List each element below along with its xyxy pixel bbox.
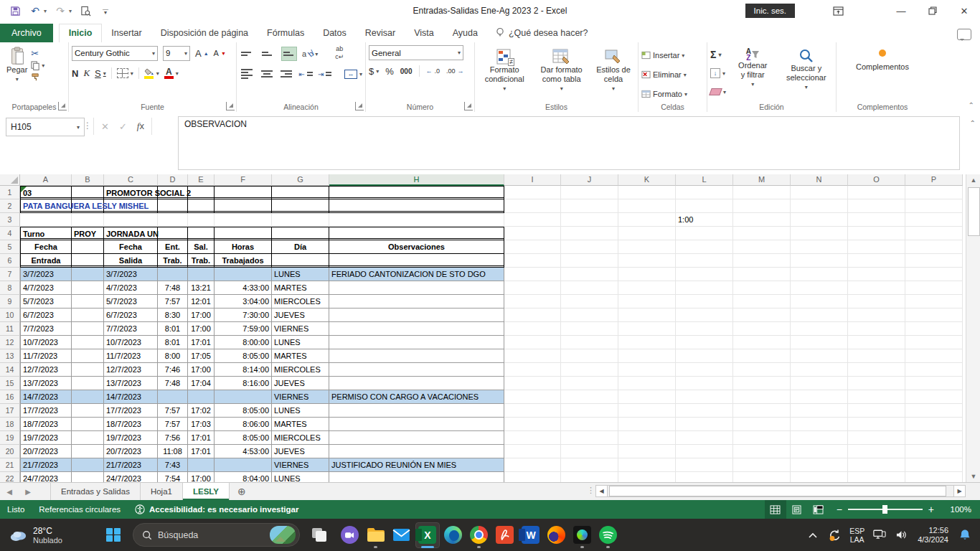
cell-O18[interactable] bbox=[848, 418, 905, 431]
cell-D13[interactable]: 8:00 bbox=[158, 349, 188, 363]
onedrive-sync-icon[interactable] bbox=[825, 523, 844, 547]
cell-G7[interactable]: LUNES bbox=[272, 268, 329, 281]
cell-F17[interactable]: 8:05:00 bbox=[215, 404, 272, 418]
cell-E6[interactable]: Trab. bbox=[188, 254, 215, 268]
cell-F20[interactable]: 4:53:00 bbox=[215, 445, 272, 458]
cell-C13[interactable]: 11/7/2023 bbox=[104, 349, 158, 363]
cell-B6[interactable] bbox=[72, 254, 104, 268]
customize-qat-icon[interactable]: —▾ bbox=[99, 4, 112, 17]
cell-I12[interactable] bbox=[504, 336, 561, 349]
copy-icon[interactable]: ▾ bbox=[31, 61, 44, 70]
cell-D21[interactable]: 7:43 bbox=[158, 458, 188, 472]
row-header-3[interactable]: 3 bbox=[0, 213, 20, 227]
cell-H5[interactable]: Observaciones bbox=[329, 240, 504, 254]
cell-M9[interactable] bbox=[733, 295, 791, 309]
cell-F21[interactable] bbox=[215, 458, 272, 472]
cell-B20[interactable] bbox=[72, 445, 104, 458]
col-header-A[interactable]: A bbox=[20, 174, 72, 186]
cell-J10[interactable] bbox=[561, 309, 618, 322]
cell-E4[interactable] bbox=[188, 227, 215, 240]
row-header-7[interactable]: 7 bbox=[0, 268, 20, 281]
cell-I1[interactable] bbox=[504, 186, 561, 199]
cell-P11[interactable] bbox=[905, 322, 963, 336]
cell-K22[interactable] bbox=[618, 472, 676, 482]
align-bottom-icon[interactable] bbox=[281, 47, 297, 61]
cell-K7[interactable] bbox=[618, 268, 676, 281]
cell-I17[interactable] bbox=[504, 404, 561, 418]
cell-G21[interactable]: VIERNES bbox=[272, 458, 329, 472]
row-header-2[interactable]: 2 bbox=[0, 199, 20, 213]
scroll-right-icon[interactable]: ▶ bbox=[953, 485, 966, 497]
insert-function-icon[interactable]: fx bbox=[137, 121, 144, 132]
row-header-22[interactable]: 22 bbox=[0, 472, 20, 482]
cell-P2[interactable] bbox=[905, 199, 963, 213]
cell-O14[interactable] bbox=[848, 363, 905, 377]
tell-me-box[interactable]: ¿Qué desea hacer? bbox=[487, 27, 597, 42]
cell-C17[interactable]: 17/7/2023 bbox=[104, 404, 158, 418]
cell-H1[interactable] bbox=[329, 186, 504, 199]
col-header-P[interactable]: P bbox=[905, 174, 963, 186]
cell-B10[interactable] bbox=[72, 309, 104, 322]
cell-O13[interactable] bbox=[848, 349, 905, 363]
decrease-indent-icon[interactable]: ⇤ bbox=[299, 66, 313, 82]
taskbar-app-excel[interactable]: X bbox=[415, 521, 440, 550]
ribbon-tab-inicio[interactable]: Inicio bbox=[59, 24, 103, 42]
cell-O17[interactable] bbox=[848, 404, 905, 418]
percent-icon[interactable]: % bbox=[385, 63, 394, 79]
row-header-4[interactable]: 4 bbox=[0, 227, 20, 240]
cell-N12[interactable] bbox=[791, 336, 848, 349]
cell-C22[interactable]: 24/7/2023 bbox=[104, 472, 158, 482]
cell-A15[interactable]: 13/7/2023 bbox=[20, 377, 72, 390]
cell-H12[interactable] bbox=[329, 336, 504, 349]
cell-A5[interactable]: Fecha bbox=[20, 240, 72, 254]
ribbon-tab-insertar[interactable]: Insertar bbox=[102, 24, 151, 42]
cell-D3[interactable] bbox=[158, 213, 188, 227]
cell-D10[interactable]: 8:30 bbox=[158, 309, 188, 322]
cell-H9[interactable] bbox=[329, 295, 504, 309]
zoom-level[interactable]: 100% bbox=[941, 505, 980, 514]
cell-G13[interactable]: MARTES bbox=[272, 349, 329, 363]
cell-D16[interactable] bbox=[158, 390, 188, 404]
cell-B8[interactable] bbox=[72, 281, 104, 295]
cell-F5[interactable]: Horas bbox=[215, 240, 272, 254]
cell-M6[interactable] bbox=[733, 254, 791, 268]
cell-L14[interactable] bbox=[676, 363, 733, 377]
cell-B17[interactable] bbox=[72, 404, 104, 418]
ribbon-tab-datos[interactable]: Datos bbox=[314, 24, 356, 42]
cell-K18[interactable] bbox=[618, 418, 676, 431]
cell-G11[interactable]: VIERNES bbox=[272, 322, 329, 336]
row-header-21[interactable]: 21 bbox=[0, 458, 20, 472]
select-all-corner[interactable] bbox=[0, 174, 20, 186]
tray-chevron-icon[interactable] bbox=[804, 523, 822, 547]
tab-scroll-splitter[interactable]: ⋮ bbox=[587, 486, 595, 495]
cell-J13[interactable] bbox=[561, 349, 618, 363]
cell-K12[interactable] bbox=[618, 336, 676, 349]
volume-icon[interactable] bbox=[892, 523, 910, 547]
format-cells-button[interactable]: Formato▾ bbox=[641, 86, 704, 102]
cell-H11[interactable] bbox=[329, 322, 504, 336]
cell-G19[interactable]: MIERCOLES bbox=[272, 431, 329, 445]
cell-I22[interactable] bbox=[504, 472, 561, 482]
new-sheet-icon[interactable]: ⊕ bbox=[230, 483, 254, 500]
col-header-O[interactable]: O bbox=[848, 174, 905, 186]
cell-M1[interactable] bbox=[733, 186, 791, 199]
cell-F14[interactable]: 8:14:00 bbox=[215, 363, 272, 377]
cell-K13[interactable] bbox=[618, 349, 676, 363]
cell-I16[interactable] bbox=[504, 390, 561, 404]
network-icon[interactable] bbox=[870, 523, 889, 547]
cell-E9[interactable]: 12:01 bbox=[188, 295, 215, 309]
cell-B7[interactable] bbox=[72, 268, 104, 281]
cell-B4[interactable]: PROY bbox=[72, 227, 104, 240]
cell-E12[interactable]: 17:01 bbox=[188, 336, 215, 349]
cell-K5[interactable] bbox=[618, 240, 676, 254]
cell-C15[interactable]: 13/7/2023 bbox=[104, 377, 158, 390]
col-header-L[interactable]: L bbox=[676, 174, 733, 186]
cell-A3[interactable] bbox=[20, 213, 72, 227]
scroll-down-icon[interactable]: ▼ bbox=[966, 471, 980, 482]
cell-A13[interactable]: 11/7/2023 bbox=[20, 349, 72, 363]
italic-button[interactable]: K bbox=[83, 65, 90, 81]
cell-M19[interactable] bbox=[733, 431, 791, 445]
cell-A17[interactable]: 17/7/2023 bbox=[20, 404, 72, 418]
cell-D7[interactable] bbox=[158, 268, 188, 281]
cell-C20[interactable]: 20/7/2023 bbox=[104, 445, 158, 458]
